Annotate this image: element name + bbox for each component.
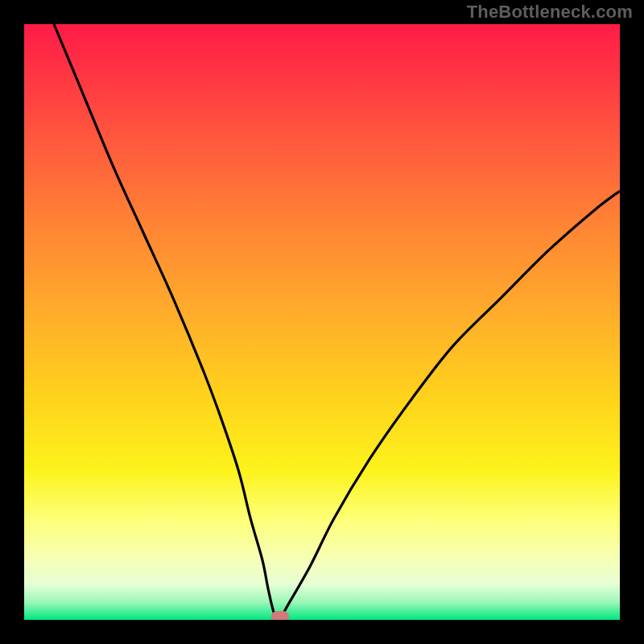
plot-area bbox=[24, 24, 620, 620]
optimal-point-marker bbox=[271, 611, 289, 620]
watermark-text: TheBottleneck.com bbox=[467, 2, 633, 23]
bottleneck-curve bbox=[24, 24, 620, 620]
curve-path bbox=[54, 24, 620, 620]
chart-frame: TheBottleneck.com bbox=[0, 0, 644, 644]
